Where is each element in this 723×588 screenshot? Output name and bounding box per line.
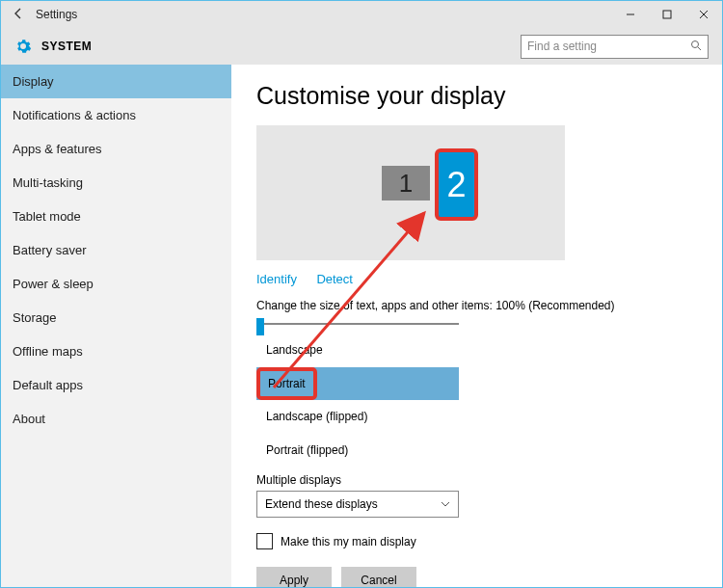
svg-line-5 [698, 47, 701, 50]
orientation-option[interactable]: Landscape (flipped) [256, 400, 459, 434]
chevron-down-icon [441, 499, 450, 509]
sidebar-item-storage[interactable]: Storage [1, 301, 231, 334]
monitor-2[interactable]: 2 [435, 148, 478, 221]
sidebar-item-offline-maps[interactable]: Offline maps [1, 334, 231, 368]
multiple-displays-select[interactable]: Extend these displays [256, 491, 459, 518]
multiple-displays-label: Multiple displays [256, 473, 697, 487]
sidebar-item-display[interactable]: Display [1, 65, 231, 98]
sidebar-item-tablet-mode[interactable]: Tablet mode [1, 200, 231, 233]
display-preview: 1 2 [256, 125, 565, 260]
sidebar: DisplayNotifications & actionsApps & fea… [1, 65, 231, 587]
detect-link[interactable]: Detect [316, 272, 353, 286]
apply-button[interactable]: Apply [256, 567, 332, 587]
sidebar-item-multi-tasking[interactable]: Multi-tasking [1, 166, 231, 200]
window-title: Settings [36, 8, 77, 21]
main-display-checkbox[interactable] [256, 533, 273, 549]
search-icon [690, 40, 702, 53]
sidebar-item-notifications-actions[interactable]: Notifications & actions [1, 98, 231, 132]
page-title: Customise your display [256, 82, 697, 110]
monitor-1[interactable]: 1 [382, 166, 430, 200]
search-input[interactable]: Find a setting [521, 35, 709, 59]
header: SYSTEM Find a setting [1, 28, 722, 65]
orientation-option[interactable]: Portrait [256, 367, 317, 400]
orientation-list[interactable]: LandscapePortraitLandscape (flipped)Port… [256, 334, 459, 468]
orientation-option[interactable]: Landscape [256, 334, 459, 367]
multiple-displays-value: Extend these displays [265, 497, 378, 511]
sidebar-item-about[interactable]: About [1, 402, 231, 436]
sidebar-item-battery-saver[interactable]: Battery saver [1, 233, 231, 267]
main-display-label: Make this my main display [281, 535, 416, 548]
titlebar: Settings [1, 1, 722, 28]
content: Customise your display 1 2 Identify Dete… [231, 65, 722, 587]
identify-link[interactable]: Identify [256, 272, 297, 286]
scale-slider[interactable] [256, 318, 459, 330]
orientation-option[interactable]: Portrait (flipped) [256, 434, 459, 468]
minimize-button[interactable] [612, 1, 649, 28]
svg-point-4 [692, 41, 699, 48]
breadcrumb[interactable]: SYSTEM [41, 40, 92, 53]
sidebar-item-apps-features[interactable]: Apps & features [1, 132, 231, 166]
sidebar-item-power-sleep[interactable]: Power & sleep [1, 267, 231, 301]
back-button[interactable] [9, 7, 28, 23]
maximize-button[interactable] [649, 1, 685, 28]
gear-icon [14, 38, 32, 55]
cancel-button[interactable]: Cancel [341, 567, 416, 587]
search-placeholder: Find a setting [527, 40, 597, 53]
close-button[interactable] [685, 1, 722, 28]
size-text: Change the size of text, apps and other … [256, 299, 697, 312]
svg-rect-1 [663, 11, 671, 18]
sidebar-item-default-apps[interactable]: Default apps [1, 368, 231, 402]
